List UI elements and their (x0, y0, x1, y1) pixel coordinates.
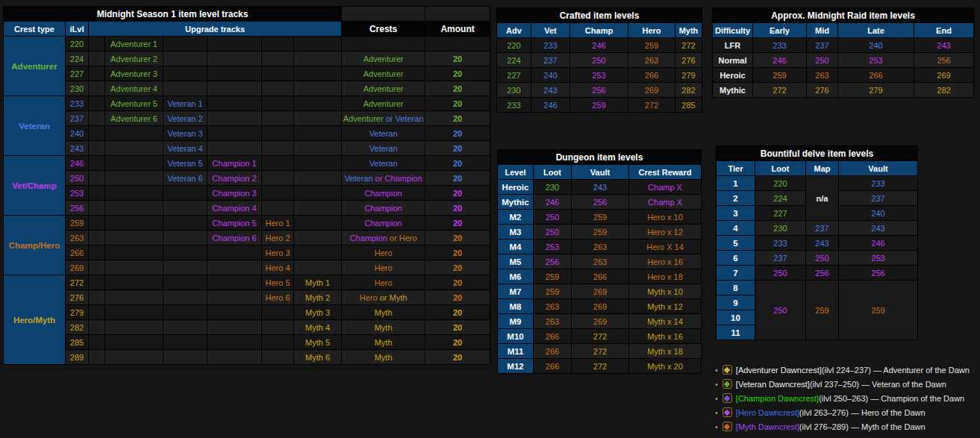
cell-loot: 250 (755, 281, 806, 340)
cell-track (105, 320, 163, 335)
title-row: Bountiful delve item levels (717, 146, 918, 161)
cell-amount: 20 (425, 141, 490, 156)
cell-ilvl: 276 (66, 290, 89, 305)
cell-spacer (89, 156, 105, 171)
item-link[interactable]: [Veteran Dawncrest] (736, 380, 810, 389)
title-row: Crafted item levels (497, 8, 702, 23)
page: Midnight Season 1 item level tracks Cres… (0, 0, 980, 438)
cell-track: Adventurer 3 (105, 66, 163, 81)
col-header: Adv (497, 23, 531, 38)
cell-spacer (89, 350, 105, 365)
cell-crest: Adventurer (342, 66, 425, 81)
cell-vault: 269 (572, 284, 629, 299)
gem-icon (724, 423, 730, 429)
cell-track (294, 216, 342, 231)
spacer-cell (342, 7, 425, 22)
cell-crest: Hero (342, 260, 425, 275)
cell-crest: Champion (342, 186, 425, 201)
cell-value: 256 (570, 83, 628, 98)
cell-crest: Veteran (342, 156, 425, 171)
table-row: 220233246259272 (497, 38, 702, 53)
cell-value: 240 (838, 38, 914, 53)
cell-amount: 20 (425, 126, 490, 141)
group-cell: Adventurer (4, 37, 66, 96)
cell-map: 250 (806, 251, 839, 266)
table-row: M9263269Myth x 14 (498, 314, 702, 329)
cell-value: 246 (531, 98, 570, 113)
cell-amount: 20 (425, 335, 490, 350)
cell-track: Myth 1 (294, 275, 342, 290)
cell-track: Myth 2 (294, 290, 342, 305)
col-header: Myth (675, 23, 702, 38)
cell-track (294, 66, 342, 81)
cell-loot: 253 (534, 240, 572, 254)
tier-cell: 5 (717, 236, 755, 251)
cell-amount: 20 (425, 186, 490, 201)
cell-crest: Adventurer (342, 81, 425, 96)
crest-icon (722, 365, 732, 375)
item-link[interactable]: [Hero Dawncrest] (736, 408, 799, 417)
cell-track (294, 231, 342, 245)
table-row: 263Champion 6Hero 2Champion or Hero20 (4, 231, 490, 245)
cell-track (262, 141, 294, 156)
cell-track (105, 171, 163, 186)
item-link[interactable]: [Champion Dawncrest] (736, 394, 819, 403)
cell-track (105, 156, 163, 171)
level-cell: Heroic (498, 180, 534, 195)
cell-track (207, 66, 262, 81)
cell-crest: Adventurer (342, 96, 425, 111)
level-cell: M2 (498, 210, 534, 225)
cell-reward: Hero x 10 (629, 210, 702, 225)
col-header: Vet (531, 23, 570, 38)
cell-crest: Champion (342, 201, 425, 216)
cell-track (163, 275, 207, 290)
level-cell: M6 (498, 269, 534, 284)
col-header: Early (753, 23, 807, 38)
cell-track (262, 126, 294, 141)
item-link[interactable]: [Adventurer Dawncrest] (736, 366, 822, 375)
gem-icon (724, 366, 730, 372)
cell-vault: 259 (572, 225, 629, 240)
col-header: Late (838, 23, 914, 38)
cell-ilvl: 240 (66, 126, 89, 141)
group-cell: Champ/Hero (4, 216, 66, 275)
cell-value: 253 (570, 68, 628, 83)
cell-spacer (89, 51, 105, 66)
dungeon-table: Dungeon item levels LevelLootVaultCrest … (497, 149, 702, 374)
table-row: M5256263Hero x 16 (498, 254, 702, 269)
level-cell: M3 (498, 225, 534, 240)
cell-reward: Myth x 10 (629, 284, 702, 299)
table-row: 8250259259 (717, 281, 918, 295)
cell-track (163, 335, 207, 350)
cell-track (105, 245, 163, 260)
item-link[interactable]: [Myth Dawncrest] (736, 422, 799, 431)
cell-track: Veteran 3 (163, 126, 207, 141)
cell-vault: 256 (839, 266, 918, 281)
cell-value: 282 (914, 83, 974, 98)
cell-spacer (89, 320, 105, 335)
cell-crest: Hero (342, 245, 425, 260)
cell-track: Veteran 6 (163, 171, 207, 186)
level-cell: M10 (498, 329, 534, 344)
cell-value: 276 (675, 53, 702, 68)
col-header: Crest Reward (629, 165, 702, 180)
col-header: Mid (807, 23, 838, 38)
cell-track (294, 201, 342, 216)
cell-track (163, 260, 207, 275)
cell-ilvl: 289 (66, 350, 89, 365)
cell-crest: Hero (342, 275, 425, 290)
col-header: Level (498, 165, 534, 180)
cell-ilvl: 233 (66, 96, 89, 111)
legend-text: (ilvl 276–289) — Myth of the Dawn (799, 422, 926, 431)
cell-amount: 20 (425, 305, 490, 320)
cell-ilvl: 246 (66, 156, 89, 171)
col-header: Difficulty (713, 23, 753, 38)
table-row: 250Veteran 6Champion 2Veteran or Champio… (4, 171, 490, 186)
delve-table: Bountiful delve item levels TierLootMapV… (716, 146, 918, 340)
cell-vault: 272 (572, 329, 629, 344)
cell-value: 282 (675, 83, 702, 98)
cell-value: 279 (675, 68, 702, 83)
cell-track (294, 245, 342, 260)
cell-value: 230 (497, 83, 531, 98)
table-row: Adventurer220Adventurer 1 (4, 37, 490, 51)
